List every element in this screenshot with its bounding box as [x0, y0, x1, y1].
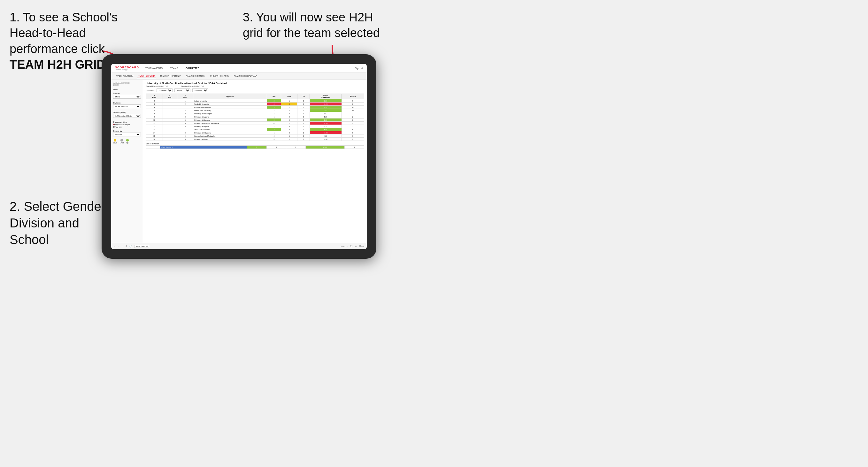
table-row: 14 2 University of Oklahoma 1 2 0 -1.00 …	[146, 131, 364, 134]
sign-out[interactable]: | Sign out	[354, 67, 363, 69]
filter-row: Opponents: Conference(All) Region(All) O…	[146, 89, 364, 92]
cell-rounds: 3	[342, 125, 364, 128]
out-div-loss: 0	[267, 146, 286, 149]
cell-rounds: 9	[342, 134, 364, 138]
cell-reg	[163, 131, 177, 134]
nav-bar: SCOREBOARD Powered by clippi TOURNAMENTS…	[111, 64, 367, 73]
cell-opponent: Auburn University	[193, 99, 267, 102]
out-of-div-row: NCAA Division II 1 0 0 26.00 3	[146, 146, 364, 149]
cell-loss: 1	[281, 99, 298, 102]
colour-legend: Down Level Up	[113, 139, 141, 144]
level-dot	[120, 139, 123, 142]
logo: SCOREBOARD Powered by clippi	[115, 66, 139, 71]
cell-conf: 2	[177, 112, 193, 115]
cell-diff: -6.42	[310, 138, 342, 141]
cell-opponent: Vanderbilt University	[193, 102, 267, 106]
cell-tie: 0	[298, 128, 310, 131]
cell-opponent: Georgia Institute of Technology	[193, 134, 267, 138]
cell-tie: 0	[298, 112, 310, 115]
radio-opponents-played[interactable]: Opponents Played	[113, 124, 141, 126]
subnav-team-h2h-grid[interactable]: TEAM H2H GRID	[137, 74, 156, 78]
cell-rounds: 3	[342, 122, 364, 125]
cell-rounds: 3	[342, 112, 364, 115]
team-label: Team	[113, 89, 141, 90]
cell-opponent: University of Oklahoma	[193, 131, 267, 134]
radio-dot-2	[113, 126, 115, 128]
col-loss: Loss	[281, 94, 298, 99]
table-row: 6 2 Florida State University 1 2 0 1.83 …	[146, 109, 364, 112]
cell-reg	[163, 122, 177, 125]
radio-top100[interactable]: Top 100	[113, 126, 141, 128]
share-btn[interactable]: Share	[359, 245, 364, 247]
cell-win: 2	[267, 99, 281, 102]
gender-select[interactable]: Men's	[113, 95, 141, 99]
cell-diff: -2.29	[310, 102, 342, 106]
cell-reg	[163, 99, 177, 102]
nav-back[interactable]: ←	[121, 245, 124, 247]
out-div-name: NCAA Division II	[160, 146, 247, 149]
opponent-view-label: Opponent View	[113, 121, 141, 123]
cell-conf: 3	[177, 125, 193, 128]
cell-win: 0	[267, 122, 281, 125]
content-area: Last Updated: 27/03/2024 16:55:38 Team G…	[111, 80, 367, 243]
subnav-player-h2h-grid[interactable]: PLAYER H2H GRID	[209, 74, 230, 78]
cell-opponent: University of Arizona	[193, 115, 267, 119]
col-reg: #Reg	[163, 94, 177, 99]
opponent-filter[interactable]: Opponent(All)	[192, 89, 208, 92]
cell-loss: 4	[281, 102, 298, 106]
region-filter[interactable]: Region(All)	[175, 89, 190, 92]
cell-loss: 2	[281, 131, 298, 134]
cell-diff: 9.00	[310, 115, 342, 119]
bottom-toolbar: ↩ ↪ ← ⊕ 🕐 View: Original Watch ▾ 💬 ⊞ Sha…	[111, 243, 367, 249]
nav-committee[interactable]: COMMITTEE	[184, 66, 200, 70]
division-record: Division Record: 88 - 17 - 0	[181, 85, 205, 87]
colour-by-select[interactable]: Win/loss	[113, 132, 141, 136]
cell-diff: 1.67	[310, 99, 342, 102]
cell-opponent: Arizona State University	[193, 106, 267, 109]
cell-rank: 3	[146, 102, 163, 106]
cell-diff: 2.33	[310, 125, 342, 128]
school-select[interactable]: 1. University of Nort...	[113, 114, 141, 118]
cell-rounds: 8	[342, 119, 364, 122]
subnav-player-summary[interactable]: PLAYER SUMMARY	[185, 74, 206, 78]
view-label[interactable]: View: Original	[134, 245, 149, 248]
subnav-team-h2h-heatmap[interactable]: TEAM H2H HEATMAP	[158, 74, 182, 78]
grid-btn[interactable]: ⊞	[355, 245, 356, 247]
conf-filter[interactable]: Conference(All)	[157, 89, 173, 92]
cell-reg	[163, 109, 177, 112]
table-row: 13 1 Texas Tech University 3 0 0 5.56 9	[146, 128, 364, 131]
cell-win: 1	[267, 109, 281, 112]
zoom-btn[interactable]: ⊕	[126, 245, 127, 248]
table-row: 16 3 University of Florida 3 1 0 -6.42 9	[146, 138, 364, 141]
subnav-team-summary[interactable]: TEAM SUMMARY	[115, 74, 134, 78]
table-row: 4 1 Arizona State University 5 1 0 2.29 …	[146, 106, 364, 109]
cell-rounds: 2	[342, 115, 364, 119]
info-btn[interactable]: 🕐	[129, 245, 132, 248]
cell-reg	[163, 115, 177, 119]
cell-rounds: 8	[342, 102, 364, 106]
cell-conf: 3	[177, 115, 193, 119]
nav-teams[interactable]: TEAMS	[169, 66, 179, 70]
redo-btn[interactable]: ↪	[118, 245, 120, 248]
undo-btn[interactable]: ↩	[114, 245, 116, 248]
up-dot	[126, 139, 129, 142]
comment-btn[interactable]: 💬	[350, 245, 352, 247]
colour-level: Level	[120, 139, 124, 144]
cell-loss: 2	[281, 109, 298, 112]
nav-tournaments[interactable]: TOURNAMENTS	[144, 66, 164, 70]
cell-tie: 0	[298, 119, 310, 122]
cell-rank: 2	[146, 99, 163, 102]
overall-record: Overall Record: 89 - 17 - 0	[146, 85, 168, 87]
out-div-tie: 0	[286, 146, 305, 149]
division-select[interactable]: NCAA Division I	[113, 104, 141, 108]
cell-win: 1	[267, 125, 281, 128]
cell-diff: 2.29	[310, 106, 342, 109]
cell-diff: -4.33	[310, 122, 342, 125]
watch-btn[interactable]: Watch ▾	[341, 245, 348, 247]
col-diff: Diff AvStrokes/Rnd	[310, 94, 342, 99]
cell-reg	[163, 134, 177, 138]
cell-diff: 1.83	[310, 109, 342, 112]
cell-rounds: 9	[342, 138, 364, 141]
cell-opponent: University of Virginia	[193, 125, 267, 128]
subnav-player-h2h-heatmap[interactable]: PLAYER H2H HEATMAP	[232, 74, 258, 78]
